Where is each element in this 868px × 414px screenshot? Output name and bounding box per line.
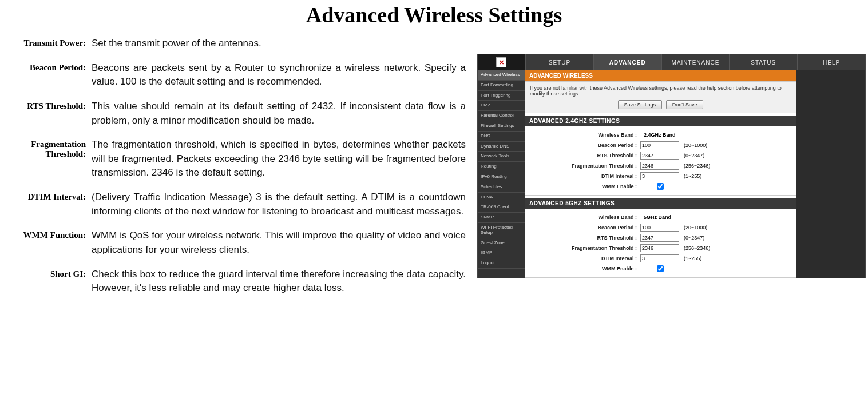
notice-text: If you are not familiar with these Advan…	[525, 81, 796, 113]
term-beacon-period: Beacon Period:	[0, 61, 86, 89]
sidebar-item-schedules[interactable]: Schedules	[478, 182, 525, 193]
hint-5-rts: (0~2347)	[680, 235, 704, 241]
input-5-beacon[interactable]	[640, 224, 679, 232]
input-5-frag[interactable]	[640, 244, 679, 252]
term-short-gi: Short GI:	[0, 268, 86, 296]
hint-5-beacon: (20~1000)	[680, 225, 707, 230]
page-title: Advanced Wireless Settings	[0, 2, 868, 27]
label-24-band: Wireless Band :	[525, 132, 640, 138]
desc-transmit-power: Set the transmit power of the antennas.	[92, 37, 471, 51]
sidebar-item-wifi-protected-setup[interactable]: WI-FI Protected Setup	[478, 223, 525, 238]
sidebar-item-port-forwarding[interactable]: Port Forwarding	[478, 81, 525, 91]
label-24-frag: Fragmentation Threshold :	[525, 163, 640, 169]
logo-cell: ✕	[478, 54, 525, 70]
sidebar-item-snmp[interactable]: SNMP	[478, 213, 525, 223]
sidebar-item-guest-zone[interactable]: Guest Zone	[478, 238, 525, 249]
term-rts-threshold: RTS Threshold:	[0, 99, 86, 128]
broken-image-icon: ✕	[496, 57, 506, 67]
term-fragmentation-threshold: Fragmentation Threshold:	[0, 138, 86, 180]
term-wmm-function: WMM Function:	[0, 229, 86, 257]
sidebar-item-network-tools[interactable]: Network Tools	[478, 152, 525, 162]
sidebar-item-logout[interactable]: Logout	[478, 258, 525, 269]
hint-5-frag: (256~2346)	[680, 245, 710, 251]
definitions-column: Transmit Power: Set the transmit power o…	[0, 37, 471, 296]
term-transmit-power: Transmit Power:	[0, 37, 86, 51]
hint-24-beacon: (20~1000)	[680, 142, 707, 148]
desc-fragmentation-threshold: The fragmentation threshold, which is sp…	[92, 138, 471, 180]
sidebar-item-dynamic-dns[interactable]: Dynamic DNS	[478, 142, 525, 152]
hint-24-rts: (0~2347)	[680, 153, 704, 158]
save-settings-button[interactable]: Save Settings	[618, 100, 663, 109]
label-5-frag: Fragmentation Threshold :	[525, 245, 640, 251]
input-5-rts[interactable]	[640, 234, 679, 242]
sidebar-item-dlna[interactable]: DLNA	[478, 193, 525, 203]
sidebar-item-dmz[interactable]: DMZ	[478, 101, 525, 111]
sidebar-item-igmp[interactable]: IGMP	[478, 248, 525, 258]
label-5-beacon: Beacon Period :	[525, 225, 640, 230]
hint-24-frag: (256~2346)	[680, 163, 710, 169]
sidebar-item-parental-control[interactable]: Parental Control	[478, 111, 525, 121]
label-24-beacon: Beacon Period :	[525, 142, 640, 148]
hint-24-dtim: (1~255)	[680, 173, 701, 179]
notice-message: If you are not familiar with these Advan…	[530, 85, 782, 97]
tab-advanced[interactable]: ADVANCED	[593, 54, 661, 70]
label-5-band: Wireless Band :	[525, 214, 640, 220]
tab-status[interactable]: STATUS	[729, 54, 797, 70]
checkbox-24-wmm[interactable]	[643, 183, 678, 190]
sidebar-item-advanced-wireless[interactable]: Advanced Wireless	[478, 70, 525, 81]
router-admin-screenshot: ✕ SETUP ADVANCED MAINTENANCE STATUS HELP…	[477, 54, 866, 278]
input-24-dtim[interactable]	[640, 172, 679, 180]
hint-5-dtim: (1~255)	[680, 256, 701, 261]
label-5-dtim: DTIM Interval :	[525, 256, 640, 261]
sidebar-item-tr069-client[interactable]: TR-069 Client	[478, 202, 525, 213]
desc-rts-threshold: This value should remain at its default …	[92, 99, 471, 128]
label-24-wmm: WMM Enable :	[525, 184, 640, 189]
sidebar-item-dns[interactable]: DNS	[478, 132, 525, 142]
value-5-band: 5GHz Band	[640, 214, 671, 220]
sidebar-item-ipv6-routing[interactable]: IPv6 Routing	[478, 172, 525, 182]
label-5-wmm: WMM Enable :	[525, 266, 640, 272]
help-column	[796, 70, 865, 278]
sidebar-item-firewall-settings[interactable]: Firewall Settings	[478, 121, 525, 132]
content-area: ADVANCED WIRELESS If you are not familia…	[525, 70, 796, 278]
term-dtim-interval: DTIM Interval:	[0, 190, 86, 218]
sidebar-item-port-triggering[interactable]: Port Triggering	[478, 91, 525, 101]
tab-maintenance[interactable]: MAINTENANCE	[661, 54, 730, 70]
input-24-beacon[interactable]	[640, 141, 679, 149]
desc-dtim-interval: (Delivery Traffic Indication Message) 3 …	[92, 190, 471, 218]
desc-short-gi: Check this box to reduce the guard inter…	[92, 268, 471, 296]
section-header-5ghz: ADVANCED 5GHZ SETTINGS	[525, 198, 796, 209]
dont-save-button[interactable]: Don't Save	[666, 100, 704, 109]
tab-help[interactable]: HELP	[797, 54, 865, 70]
label-24-dtim: DTIM Interval :	[525, 173, 640, 179]
sidebar-item-routing[interactable]: Routing	[478, 162, 525, 172]
section-header-24ghz: ADVANCED 2.4GHZ SETTINGS	[525, 116, 796, 126]
checkbox-5-wmm[interactable]	[643, 265, 678, 272]
tab-setup[interactable]: SETUP	[525, 54, 593, 70]
label-24-rts: RTS Threshold :	[525, 153, 640, 158]
input-5-dtim[interactable]	[640, 254, 679, 262]
sidebar: Advanced Wireless Port Forwarding Port T…	[478, 70, 525, 278]
label-5-rts: RTS Threshold :	[525, 235, 640, 241]
input-24-frag[interactable]	[640, 162, 679, 170]
desc-beacon-period: Beacons are packets sent by a Router to …	[92, 61, 471, 89]
section-header-advanced-wireless: ADVANCED WIRELESS	[525, 70, 796, 81]
desc-wmm-function: WMM is QoS for your wireless network. Th…	[92, 229, 471, 257]
value-24-band: 2.4GHz Band	[640, 132, 676, 138]
input-24-rts[interactable]	[640, 152, 679, 160]
